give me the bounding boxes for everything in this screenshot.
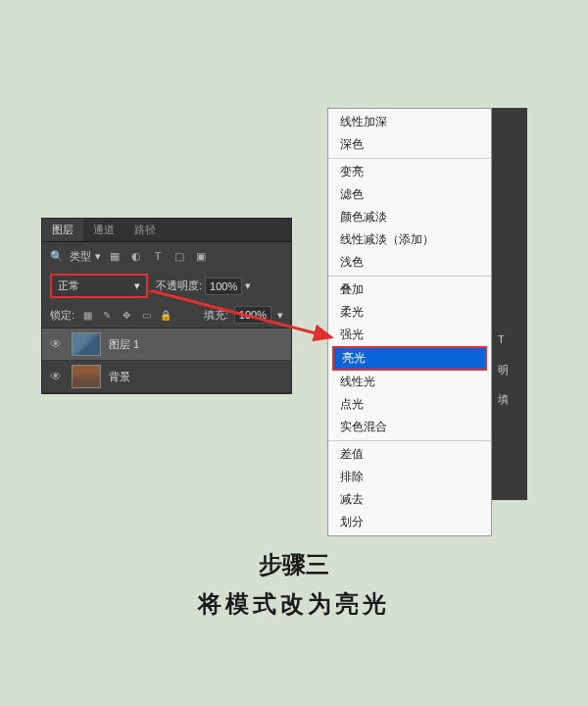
fill-abbr: 填 (498, 392, 509, 407)
menu-item[interactable]: 强光 (328, 324, 491, 346)
visibility-icon[interactable]: 👁 (50, 370, 64, 383)
menu-item[interactable]: 点光 (328, 393, 491, 416)
search-icon: 🔍 (50, 250, 64, 263)
tab-layers[interactable]: 图层 (42, 219, 83, 241)
lock-label: 锁定: (50, 308, 74, 323)
menu-item[interactable]: 变亮 (328, 161, 491, 183)
filter-row: 🔍 类型 ▾ ▦ ◐ T ▢ ▣ (42, 242, 291, 270)
text-tool-label: T (498, 333, 505, 345)
visibility-icon[interactable]: 👁 (50, 337, 64, 351)
text-filter-icon[interactable]: T (150, 248, 166, 264)
menu-item[interactable]: 划分 (328, 511, 491, 533)
blend-mode-row: 正常 ▾ 不透明度: 100% ▾ (42, 270, 291, 302)
opacity-abbr: 明 (498, 363, 509, 378)
layer-name: 图层 1 (109, 337, 139, 352)
layer-name: 背景 (109, 370, 130, 384)
layer-row[interactable]: 👁 图层 1 (42, 328, 291, 361)
menu-item[interactable]: 线性减淡（添加） (328, 228, 491, 251)
chevron-down-icon: ▾ (95, 250, 101, 263)
menu-item[interactable]: 柔光 (328, 301, 491, 324)
chevron-down-icon: ▾ (277, 309, 283, 322)
menu-item[interactable]: 线性光 (328, 371, 491, 393)
filter-type-dropdown[interactable]: 类型 ▾ (70, 249, 101, 264)
right-panel-strip: T 明 填 (492, 108, 527, 500)
step-subtitle: 将模式改为亮光 (0, 588, 588, 620)
image-filter-icon[interactable]: ▦ (107, 248, 122, 264)
layers-panel: 图层 通道 路径 🔍 类型 ▾ ▦ ◐ T ▢ ▣ 正常 ▾ 不透明度: 100… (41, 218, 292, 394)
menu-item[interactable]: 滤色 (328, 183, 491, 206)
blend-mode-menu: 线性加深深色变亮滤色颜色减淡线性减淡（添加）浅色叠加柔光强光亮光线性光点光实色混… (327, 108, 492, 536)
menu-item[interactable]: 线性加深 (328, 111, 491, 133)
menu-item[interactable]: 亮光 (332, 346, 487, 371)
shape-filter-icon[interactable]: ▢ (172, 248, 187, 264)
chevron-down-icon: ▾ (245, 279, 251, 292)
lock-position-icon[interactable]: ✥ (120, 308, 133, 322)
smart-filter-icon[interactable]: ▣ (193, 248, 209, 264)
lock-row: 锁定: ▦ ✎ ✥ ▭ 🔒 填充: 100% ▾ (42, 302, 291, 328)
blend-mode-dropdown[interactable]: 正常 ▾ (50, 274, 148, 298)
opacity-label: 不透明度: (156, 278, 202, 293)
layer-thumbnail[interactable] (72, 365, 101, 388)
lock-transparency-icon[interactable]: ▦ (80, 308, 94, 322)
step-title: 步骤三 (0, 549, 588, 580)
opacity-value: 100% (205, 277, 242, 295)
opacity-control[interactable]: 不透明度: 100% ▾ (156, 277, 251, 295)
menu-item[interactable]: 颜色减淡 (328, 206, 491, 228)
menu-item[interactable]: 排除 (328, 466, 491, 488)
menu-item[interactable]: 浅色 (328, 251, 491, 274)
lock-artboard-icon[interactable]: ▭ (139, 308, 153, 322)
blend-mode-value: 正常 (58, 278, 79, 293)
tab-paths[interactable]: 路径 (124, 219, 166, 241)
panel-tabs: 图层 通道 路径 (42, 219, 291, 242)
adjustment-filter-icon[interactable]: ◐ (128, 248, 144, 264)
tab-channels[interactable]: 通道 (83, 219, 124, 241)
layer-row[interactable]: 👁 背景 (42, 361, 291, 393)
menu-item[interactable]: 实色混合 (328, 416, 491, 438)
chevron-down-icon: ▾ (134, 279, 140, 292)
menu-item[interactable]: 减去 (328, 488, 491, 511)
lock-paint-icon[interactable]: ✎ (100, 308, 114, 322)
layer-thumbnail[interactable] (72, 332, 101, 356)
lock-all-icon[interactable]: 🔒 (159, 308, 172, 322)
menu-item[interactable]: 叠加 (328, 278, 491, 301)
fill-value: 100% (234, 306, 271, 324)
menu-item[interactable]: 深色 (328, 133, 491, 156)
menu-item[interactable]: 差值 (328, 443, 491, 466)
fill-label: 填充: (204, 308, 228, 323)
